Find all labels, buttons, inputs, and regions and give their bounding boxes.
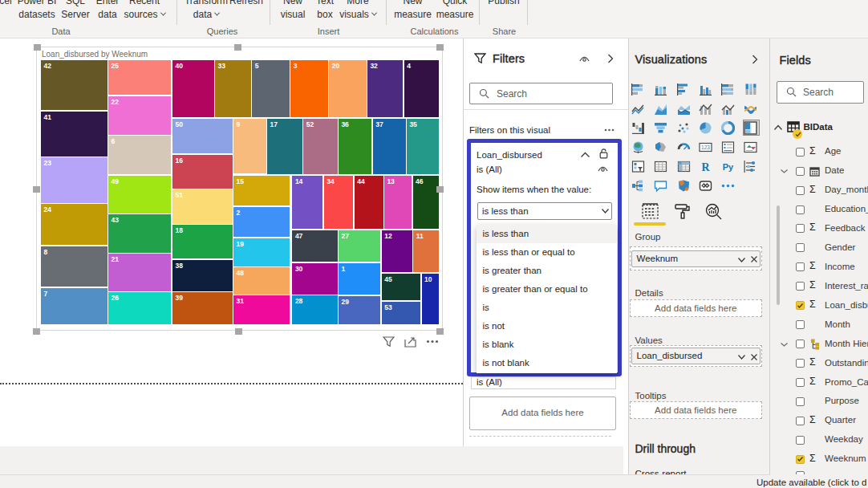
svg-text:123: 123	[701, 144, 710, 150]
svg-text:R: R	[701, 161, 710, 173]
svg-text:Py: Py	[723, 161, 734, 171]
